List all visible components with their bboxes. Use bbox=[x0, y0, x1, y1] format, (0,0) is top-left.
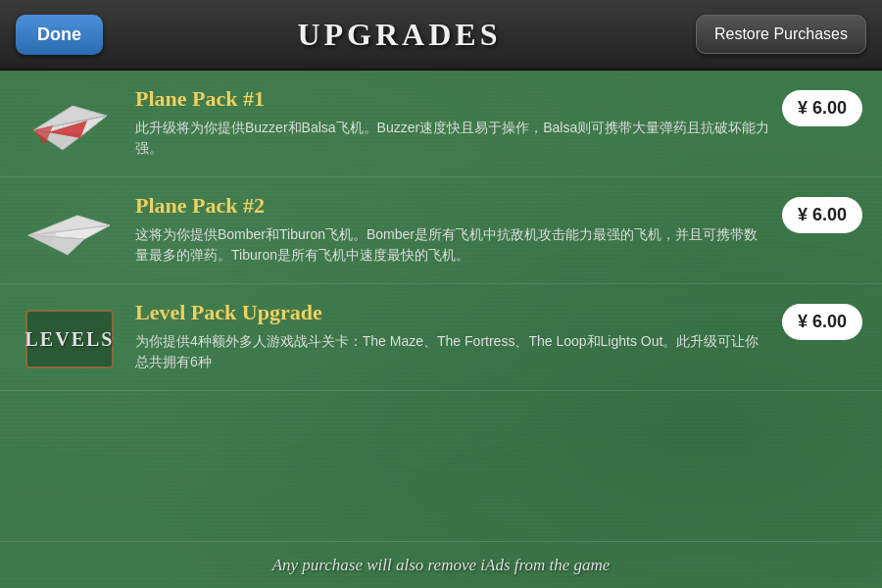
levels-icon-label: LEVELS bbox=[25, 310, 114, 368]
plane-pack-1-description: 此升级将为你提供Buzzer和Balsa飞机。Buzzer速度快且易于操作，Ba… bbox=[135, 118, 770, 159]
plane-pack-1-content: Plane Pack #1 此升级将为你提供Buzzer和Balsa飞机。Buz… bbox=[135, 86, 770, 159]
level-pack-icon: LEVELS bbox=[16, 300, 123, 378]
plane-pack-2-price[interactable]: ¥ 6.00 bbox=[782, 197, 862, 233]
plane-pack-1-icon bbox=[16, 86, 123, 165]
plane-pack-2-title: Plane Pack #2 bbox=[135, 193, 770, 219]
header: Done UPGRADES Restore Purchases bbox=[0, 0, 882, 71]
plane-pack-2-description: 这将为你提供Bomber和Tiburon飞机。Bomber是所有飞机中抗敌机攻击… bbox=[135, 224, 770, 266]
level-pack-title: Level Pack Upgrade bbox=[135, 300, 770, 325]
done-button[interactable]: Done bbox=[16, 15, 103, 55]
plane-pack-1-title: Plane Pack #1 bbox=[135, 86, 770, 112]
level-pack-content: Level Pack Upgrade 为你提供4种额外多人游戏战斗关卡：The … bbox=[135, 300, 770, 372]
plane-pack-2-icon bbox=[16, 193, 123, 271]
level-pack-price[interactable]: ¥ 6.00 bbox=[782, 304, 862, 340]
upgrade-item-level-pack: LEVELS Level Pack Upgrade 为你提供4种额外多人游戏战斗… bbox=[0, 284, 882, 391]
restore-purchases-button[interactable]: Restore Purchases bbox=[696, 15, 866, 54]
footer-text: Any purchase will also remove iAds from … bbox=[272, 556, 611, 575]
plane-pack-1-price[interactable]: ¥ 6.00 bbox=[782, 90, 862, 126]
upgrade-item-plane-pack-2: Plane Pack #2 这将为你提供Bomber和Tiburon飞机。Bom… bbox=[0, 177, 882, 284]
page-title: UPGRADES bbox=[297, 17, 501, 53]
upgrade-item-plane-pack-1: Plane Pack #1 此升级将为你提供Buzzer和Balsa飞机。Buz… bbox=[0, 71, 882, 177]
level-pack-description: 为你提供4种额外多人游戏战斗关卡：The Maze、The Fortress、T… bbox=[135, 331, 770, 372]
main-content: Plane Pack #1 此升级将为你提供Buzzer和Balsa飞机。Buz… bbox=[0, 71, 882, 588]
plane-pack-2-content: Plane Pack #2 这将为你提供Bomber和Tiburon飞机。Bom… bbox=[135, 193, 770, 266]
footer: Any purchase will also remove iAds from … bbox=[0, 541, 882, 588]
